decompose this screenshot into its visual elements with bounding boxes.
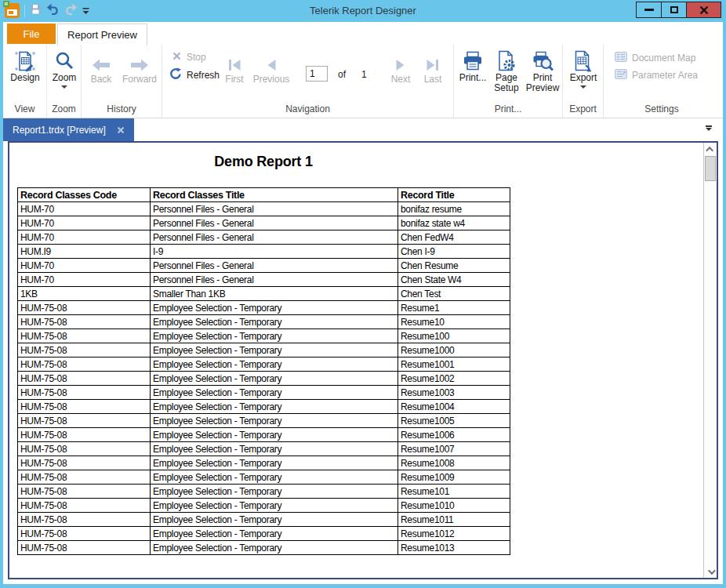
table-cell: Employee Selection - Temporary <box>151 343 398 358</box>
table-cell: HUM-70 <box>18 259 151 273</box>
ribbon-group-zoom: Zoom Zoom <box>47 45 82 118</box>
last-page-button[interactable]: Last <box>417 56 448 85</box>
telerik-report-designer-window: { "titlebar": { "title": "Telerik Report… <box>0 0 726 588</box>
maximize-icon <box>670 6 678 13</box>
app-icon[interactable]: R <box>5 3 20 18</box>
table-cell: Resume1008 <box>398 456 510 470</box>
forward-button[interactable]: Forward <box>118 56 161 85</box>
maximize-button[interactable] <box>661 2 687 18</box>
tab-file[interactable]: File <box>7 24 56 44</box>
zoom-label: Zoom <box>53 73 77 83</box>
print-preview-button[interactable]: Print Preview <box>523 49 562 93</box>
table-cell: HUM.I9 <box>18 245 151 259</box>
refresh-label: Refresh <box>187 70 220 81</box>
save-icon[interactable] <box>30 3 42 18</box>
close-tab-icon <box>117 126 125 134</box>
table-cell: bonifaz state w4 <box>398 216 510 230</box>
redo-icon[interactable] <box>64 3 78 18</box>
table-row: HUM-75-08Employee Selection - TemporaryR… <box>18 527 510 541</box>
table-row: HUM-75-08Employee Selection - TemporaryR… <box>18 456 510 470</box>
table-row: HUM-75-08Employee Selection - TemporaryR… <box>18 442 510 456</box>
print-label: Print... <box>459 73 487 83</box>
ribbon-group-history: Back Forward History <box>82 45 162 118</box>
close-button[interactable] <box>686 2 721 18</box>
table-cell: HUM-75-08 <box>18 527 151 541</box>
table-cell: Employee Selection - Temporary <box>151 527 398 541</box>
table-cell: 1KB <box>18 287 151 301</box>
refresh-button[interactable]: Refresh <box>169 67 220 82</box>
scroll-down-button[interactable] <box>704 565 717 578</box>
previous-page-button[interactable]: Previous <box>251 56 292 85</box>
back-icon <box>91 56 111 74</box>
page-number-input[interactable] <box>306 66 328 82</box>
table-cell: HUM-75-08 <box>18 358 151 372</box>
page-setup-icon <box>495 49 518 73</box>
chevron-down-icon <box>707 567 715 575</box>
minimize-icon <box>644 9 654 11</box>
minimize-button[interactable] <box>636 2 662 18</box>
zoom-icon <box>53 49 75 73</box>
table-cell: Employee Selection - Temporary <box>151 456 398 470</box>
vertical-scrollbar[interactable] <box>703 143 717 578</box>
quick-access-toolbar: R <box>5 3 89 18</box>
parameter-area-button[interactable]: Parameter Area <box>615 69 698 82</box>
table-cell: HUM-75-08 <box>18 343 151 358</box>
table-cell: HUM-75-08 <box>18 315 151 329</box>
table-cell: Employee Selection - Temporary <box>151 428 398 442</box>
report-table: Record Classes CodeRecord Classes TitleR… <box>17 187 510 555</box>
document-tab-close-button[interactable] <box>117 126 125 134</box>
table-row: HUM-75-08Employee Selection - TemporaryR… <box>18 499 510 513</box>
document-tab-report1[interactable]: Report1.trdx [Preview] <box>3 118 134 141</box>
table-cell: HUM-75-08 <box>18 329 151 343</box>
table-cell: Personnel Files - General <box>151 273 398 287</box>
tabstrip-options-icon <box>706 125 712 127</box>
group-label-print: Print... <box>454 103 562 114</box>
next-page-button[interactable]: Next <box>385 56 416 85</box>
table-row: HUM-75-08Employee Selection - TemporaryR… <box>18 301 510 315</box>
stop-button[interactable]: Stop <box>172 51 206 64</box>
table-row: HUM-70Personnel Files - Generalbonifaz r… <box>18 202 510 216</box>
preview-content-area: Demo Report 1 Record Classes CodeRecord … <box>3 141 723 584</box>
total-pages-label: 1 <box>361 69 367 80</box>
table-row: HUM-75-08Employee Selection - TemporaryR… <box>18 315 510 329</box>
table-cell: Resume1003 <box>398 386 510 400</box>
design-button[interactable]: Design <box>9 49 41 83</box>
table-cell: Employee Selection - Temporary <box>151 541 398 555</box>
table-cell: Employee Selection - Temporary <box>151 358 398 372</box>
table-cell: HUM-75-08 <box>18 499 151 513</box>
group-label-history: History <box>82 103 162 114</box>
ribbon-group-navigation: Stop Refresh First Previous <box>162 45 454 118</box>
table-cell: Personnel Files - General <box>151 216 398 230</box>
table-cell: Employee Selection - Temporary <box>151 499 398 513</box>
group-label-navigation: Navigation <box>162 103 453 114</box>
undo-icon[interactable] <box>46 3 60 18</box>
table-row: HUM-75-08Employee Selection - TemporaryR… <box>18 358 510 372</box>
print-button[interactable]: Print... <box>456 49 490 83</box>
parameter-area-label: Parameter Area <box>632 70 698 81</box>
report-table-header: Record Classes CodeRecord Classes TitleR… <box>18 188 510 202</box>
print-preview-label: Print Preview <box>523 73 562 93</box>
window-title: Telerik Report Designer <box>94 0 632 22</box>
document-map-button[interactable]: Document Map <box>615 52 695 64</box>
scrollbar-thumb[interactable] <box>705 156 716 181</box>
table-row: HUM-75-08Employee Selection - TemporaryR… <box>18 470 510 485</box>
document-map-icon <box>615 52 627 64</box>
back-button[interactable]: Back <box>85 56 117 85</box>
table-cell: HUM-75-08 <box>18 485 151 499</box>
ribbon: Design View Zoom Zoom Back <box>3 45 723 118</box>
export-button[interactable]: Export <box>565 49 601 89</box>
zoom-button[interactable]: Zoom <box>49 49 79 89</box>
table-cell: Employee Selection - Temporary <box>151 414 398 428</box>
first-page-button[interactable]: First <box>219 56 250 85</box>
scroll-up-button[interactable] <box>704 143 717 155</box>
tabstrip-options-button[interactable] <box>705 125 712 131</box>
page-setup-button[interactable]: Page Setup <box>490 49 523 93</box>
tab-report-preview[interactable]: Report Preview <box>57 24 147 45</box>
table-cell: HUM-70 <box>18 216 151 230</box>
export-dropdown-caret-icon <box>580 85 586 89</box>
table-cell: Resume1010 <box>398 499 510 513</box>
previous-page-icon <box>264 56 278 74</box>
table-cell: Employee Selection - Temporary <box>151 442 398 456</box>
qat-dropdown-icon[interactable] <box>82 4 89 18</box>
table-cell: Resume1000 <box>398 343 510 358</box>
